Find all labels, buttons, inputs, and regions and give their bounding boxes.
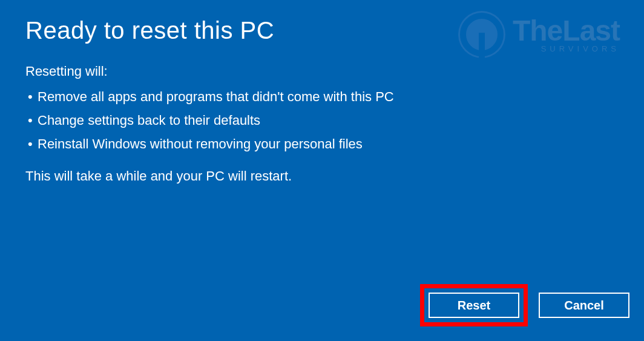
list-item: Remove all apps and programs that didn't… — [25, 87, 619, 107]
reset-button[interactable]: Reset — [429, 293, 519, 318]
watermark-text-block: TheLast SURVIVORS — [513, 16, 620, 53]
list-item: Change settings back to their defaults — [25, 110, 619, 130]
reset-actions-list: Remove all apps and programs that didn't… — [25, 87, 619, 154]
resetting-will-label: Resetting will: — [25, 64, 619, 79]
watermark-sub-text: SURVIVORS — [513, 44, 620, 53]
restart-note: This will take a while and your PC will … — [25, 168, 619, 184]
watermark-main-text: TheLast — [513, 16, 620, 45]
watermark-logo: TheLast SURVIVORS — [458, 11, 620, 58]
cancel-button[interactable]: Cancel — [539, 293, 629, 318]
list-item: Reinstall Windows without removing your … — [25, 134, 619, 154]
reset-highlight-frame: Reset — [420, 284, 528, 326]
watermark-circle-icon — [458, 11, 505, 58]
dialog-buttons: Reset Cancel — [420, 284, 629, 326]
